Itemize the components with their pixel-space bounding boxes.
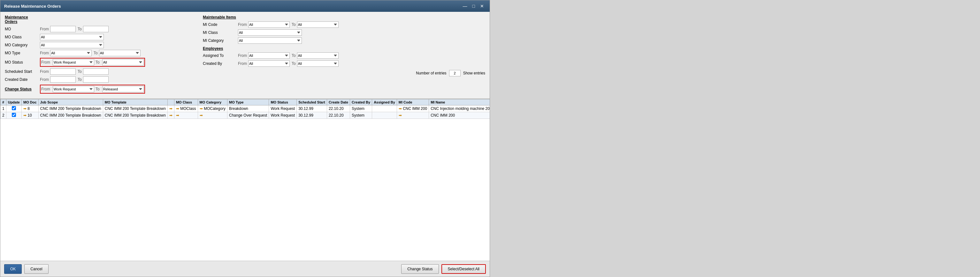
row-checkbox-cell[interactable] (6, 112, 21, 119)
row-arrow: ➡ (167, 112, 174, 119)
change-status-from-label: From (41, 87, 50, 91)
header-row: # Update MO Doc Job Scope MO Template MO… (1, 99, 490, 105)
mo-from-input[interactable] (50, 26, 76, 32)
change-status-highlighted: From Work Request All To Released All (40, 85, 145, 94)
arrow-icon: ➡ (169, 113, 172, 118)
mi-category-row: MI Category All (203, 37, 485, 44)
created-date-to-input[interactable] (83, 76, 108, 83)
maintenance-orders-label: Maintenance Orders (5, 15, 40, 24)
mo-type-from-label: From (40, 51, 49, 55)
arrow-icon: ➡ (399, 107, 402, 111)
window-controls: — □ ✕ (461, 3, 486, 9)
assigned-to-label: Assigned To (203, 53, 238, 58)
row-job-scope: CNC IMM 200 Template Breakdown (38, 105, 103, 112)
mo-category-select[interactable]: All (40, 42, 104, 48)
select-deselect-button[interactable]: Select/Deselect All (441, 264, 486, 274)
maximize-button[interactable]: □ (471, 3, 477, 9)
row-mo-template: CNC IMM 200 Template Breakdown (103, 105, 167, 112)
scheduled-start-from-input[interactable] (50, 68, 76, 75)
mo-status-row: MO Status From Work Request All To All W… (5, 58, 184, 67)
row-checkbox[interactable] (12, 113, 16, 117)
mo-status-to-label: To (95, 60, 100, 65)
scheduled-start-to-input[interactable] (83, 68, 108, 75)
col-update: Update (6, 99, 21, 105)
mo-category-label: MO Category (5, 43, 40, 47)
col-create-date: Create Date (327, 99, 350, 105)
col-mo-class: MO Class (174, 99, 198, 105)
mo-from-label: From (40, 27, 49, 31)
filter-columns: Maintenance Orders MO From To MO Class A… (5, 15, 485, 95)
mi-code-to-select[interactable]: All (297, 21, 339, 28)
mo-to-input[interactable] (83, 26, 108, 32)
mo-class-select[interactable]: All (40, 34, 104, 40)
mo-category-row: MO Category All (5, 42, 184, 48)
employees-section-header: Employees (203, 46, 485, 51)
row-mo-type: Change Over Request (227, 112, 269, 119)
minimize-button[interactable]: — (461, 3, 469, 9)
row-mo-status: Work Request (269, 112, 297, 119)
mo-type-from-select[interactable]: All (50, 50, 92, 56)
row-created-by: System (350, 112, 372, 119)
row-create-date: 22.10.20 (327, 112, 350, 119)
row-mo-status: Work Request (269, 105, 297, 112)
entries-section: Number of entries 2 Show entries (203, 70, 485, 76)
row-mo-category: ➡ MOCategory (198, 105, 227, 112)
row-mo-category: ➡ (198, 112, 227, 119)
change-status-to-label: To (95, 87, 100, 91)
col-mo-status: MO Status (269, 99, 297, 105)
mi-class-select[interactable]: All (238, 29, 302, 36)
row-checkbox[interactable] (12, 106, 16, 110)
num-entries-input[interactable]: 2 (449, 70, 461, 76)
change-status-from-select[interactable]: Work Request All (53, 86, 94, 92)
created-date-from-label: From (40, 77, 49, 82)
table-row: 1 ➡ 8 CNC IMM 200 Template Breakdown CNC… (1, 105, 490, 112)
assigned-to-from-label: From (238, 53, 247, 58)
arrow-icon: ➡ (23, 107, 27, 111)
right-filters: Maintenable Items MI Code From All To Al… (184, 15, 485, 95)
scheduled-start-label: Scheduled Start (5, 69, 40, 74)
col-num: # (1, 99, 6, 105)
mo-status-from-label: From (41, 60, 50, 65)
created-date-label: Created Date (5, 77, 40, 82)
col-arrow (167, 99, 174, 105)
created-by-to-select[interactable]: All (297, 60, 339, 67)
scheduled-start-row: Scheduled Start From To (5, 68, 184, 75)
col-created-by: Created By (350, 99, 372, 105)
ok-button[interactable]: OK (4, 264, 22, 274)
cancel-button[interactable]: Cancel (24, 264, 48, 274)
change-status-row: Change Status From Work Request All To R… (5, 85, 184, 94)
assigned-to-to-label: To (292, 53, 296, 58)
created-by-from-select[interactable]: All (248, 60, 290, 67)
scheduled-start-to-label: To (78, 69, 82, 74)
mo-type-to-select[interactable]: All (99, 50, 140, 56)
col-assigned-by: Assigned By (372, 99, 397, 105)
row-mi-code: ➡ CNC IMM 200 (397, 105, 429, 112)
mi-code-row: MI Code From All To All (203, 21, 485, 28)
table-body: 1 ➡ 8 CNC IMM 200 Template Breakdown CNC… (1, 105, 490, 119)
row-mo-class: ➡ MOClass (174, 105, 198, 112)
mo-status-to-select[interactable]: All Work Request (102, 59, 144, 65)
created-by-from-label: From (238, 61, 247, 66)
arrow-icon: ➡ (23, 113, 27, 118)
mo-status-from-select[interactable]: Work Request All (53, 59, 94, 65)
mi-code-label: MI Code (203, 22, 238, 27)
assigned-to-to-select[interactable]: All (297, 53, 339, 59)
employees-label: Employees (203, 46, 238, 51)
row-scheduled-start: 30.12.99 (297, 105, 327, 112)
arrow-icon: ➡ (200, 107, 203, 111)
mo-status-highlighted: From Work Request All To All Work Reques… (40, 58, 145, 67)
row-checkbox-cell[interactable] (6, 105, 21, 112)
mo-label: MO (5, 27, 40, 31)
change-status-button[interactable]: Change Status (401, 264, 439, 274)
mi-code-from-select[interactable]: All (248, 21, 290, 28)
main-table: # Update MO Doc Job Scope MO Template MO… (0, 99, 490, 119)
mi-category-select[interactable]: All (238, 37, 302, 44)
assigned-to-from-select[interactable]: All (248, 53, 290, 59)
mo-class-label: MO Class (5, 35, 40, 39)
change-status-to-select[interactable]: Released All (102, 86, 144, 92)
created-date-from-input[interactable] (50, 76, 76, 83)
row-mo-doc: ➡ 10 (21, 112, 38, 119)
close-button[interactable]: ✕ (478, 3, 486, 9)
mi-category-label: MI Category (203, 38, 238, 43)
table-container: # Update MO Doc Job Scope MO Template MO… (0, 99, 490, 261)
